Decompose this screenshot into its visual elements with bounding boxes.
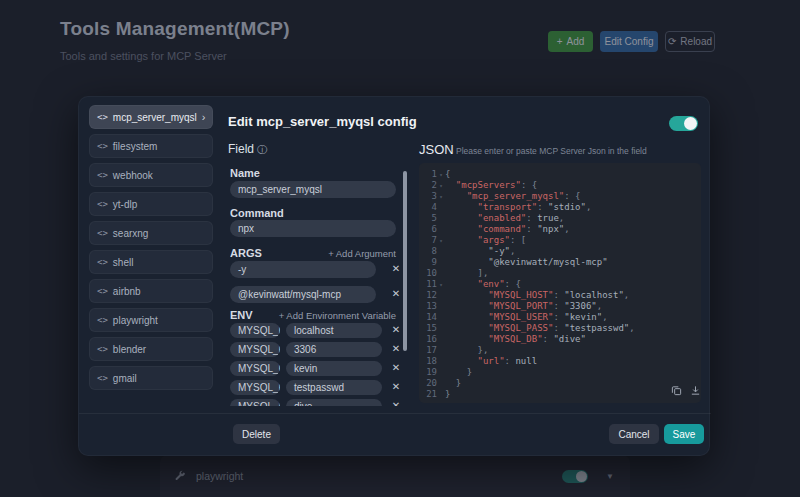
delete-button[interactable]: Delete xyxy=(233,424,280,444)
remove-env-icon[interactable]: ✕ xyxy=(390,381,402,392)
env-key-input[interactable]: MYSQL_DB xyxy=(230,399,280,406)
line-number: 5 xyxy=(423,213,437,224)
server-list-item[interactable]: <>shell xyxy=(89,250,213,274)
env-key-input[interactable]: MYSQL_PASS xyxy=(230,380,280,395)
server-list-item[interactable]: <>mcp_server_myqsl› xyxy=(89,105,213,129)
token: , xyxy=(629,323,634,333)
env-key-input[interactable]: MYSQL_USER xyxy=(230,361,280,376)
server-list-item[interactable]: <>airbnb xyxy=(89,279,213,303)
env-key-input[interactable]: MYSQL_PORT xyxy=(230,342,280,357)
command-input[interactable]: npx xyxy=(230,220,396,237)
name-input[interactable]: mcp_server_myqsl xyxy=(230,181,396,198)
copy-icon[interactable] xyxy=(671,385,682,396)
code-content: "@kevinwatt/mysql-mcp" xyxy=(445,257,608,268)
code-content: "MYSQL_PORT": "3306", xyxy=(445,301,602,312)
server-name: gmail xyxy=(113,373,137,384)
code-icon: <> xyxy=(97,170,108,180)
server-list-item[interactable]: <>yt-dlp xyxy=(89,192,213,216)
field-scrollbar[interactable] xyxy=(403,171,407,351)
server-enabled-toggle[interactable] xyxy=(669,116,698,131)
remove-env-icon[interactable]: ✕ xyxy=(390,343,402,354)
env-value-input[interactable]: dive xyxy=(286,399,382,406)
fold-caret-icon xyxy=(437,345,445,356)
code-line: 2▾ "mcpServers": { xyxy=(423,180,697,191)
token: : xyxy=(553,290,564,300)
add-argument-link[interactable]: + Add Argument xyxy=(328,248,396,259)
line-number: 10 xyxy=(423,268,437,279)
remove-arg-icon[interactable]: ✕ xyxy=(390,263,402,274)
add-env-variable-link[interactable]: + Add Environment Variable xyxy=(279,310,396,321)
code-content: "env": { xyxy=(445,279,521,290)
env-value-input[interactable]: kevin xyxy=(286,361,382,376)
fold-caret-icon xyxy=(437,312,445,323)
token: : xyxy=(553,301,564,311)
token: "npx" xyxy=(537,224,564,234)
arg-input[interactable]: @kevinwatt/mysql-mcp xyxy=(230,286,376,303)
env-value-input[interactable]: 3306 xyxy=(286,342,382,357)
code-content: "command": "npx", xyxy=(445,224,570,235)
download-icon[interactable] xyxy=(690,385,701,396)
env-value-input[interactable]: localhost xyxy=(286,323,382,338)
code-icon: <> xyxy=(97,112,108,122)
code-content: "url": null xyxy=(445,356,537,367)
token: , xyxy=(510,246,515,256)
toggle-knob xyxy=(684,117,697,130)
server-list-item[interactable]: <>gmail xyxy=(89,366,213,390)
line-number: 19 xyxy=(423,367,437,378)
editor-actions xyxy=(671,385,701,396)
env-key-input[interactable]: MYSQL_HOST xyxy=(230,323,280,338)
token: : xyxy=(526,224,537,234)
fold-caret-icon xyxy=(437,367,445,378)
code-line: 14 "MYSQL_USER": "kevin", xyxy=(423,312,697,323)
info-icon: ⓘ xyxy=(257,144,267,155)
line-number: 11 xyxy=(423,279,437,290)
code-content: "args": [ xyxy=(445,235,526,246)
token: "mcp_server_myqsl" xyxy=(467,191,565,201)
code-content: "enabled": true, xyxy=(445,213,564,224)
code-line: 3▾ "mcp_server_myqsl": { xyxy=(423,191,697,202)
args-header: ARGS + Add Argument xyxy=(230,247,396,259)
code-content: }, xyxy=(445,345,488,356)
line-number: 18 xyxy=(423,356,437,367)
token: "mcpServers" xyxy=(456,180,521,190)
fold-caret-icon xyxy=(437,356,445,367)
json-editor[interactable]: 1▾{2▾ "mcpServers": {3▾ "mcp_server_myqs… xyxy=(419,163,701,403)
remove-env-icon[interactable]: ✕ xyxy=(390,400,402,406)
tools-management-screen: Tools Management(MCP) Tools and settings… xyxy=(0,0,800,497)
token: , xyxy=(559,213,564,223)
code-line: 16 "MYSQL_DB": "dive" xyxy=(423,334,697,345)
save-button[interactable]: Save xyxy=(664,424,704,444)
arg-input[interactable]: -y xyxy=(230,261,376,278)
token: "@kevinwatt/mysql-mcp" xyxy=(488,257,607,267)
server-list-item[interactable]: <>webhook xyxy=(89,163,213,187)
command-label: Command xyxy=(230,207,284,219)
fold-caret-icon xyxy=(437,257,445,268)
server-name: blender xyxy=(113,344,146,355)
fold-caret-icon xyxy=(437,213,445,224)
cancel-button[interactable]: Cancel xyxy=(609,424,659,444)
field-form-scroll-area[interactable]: Name mcp_server_myqsl Command npx ARGS +… xyxy=(230,157,402,406)
token: , xyxy=(564,224,569,234)
server-list-item[interactable]: <>filesystem xyxy=(89,134,213,158)
server-list-item[interactable]: <>playwright xyxy=(89,308,213,332)
code-content: "MYSQL_HOST": "localhost", xyxy=(445,290,629,301)
fold-caret-icon: ▾ xyxy=(437,169,445,180)
code-line: 9 "@kevinwatt/mysql-mcp" xyxy=(423,257,697,268)
server-name: playwright xyxy=(113,315,158,326)
token: "MYSQL_DB" xyxy=(488,334,542,344)
args-label: ARGS xyxy=(230,247,262,259)
remove-env-icon[interactable]: ✕ xyxy=(390,362,402,373)
fold-caret-icon xyxy=(437,334,445,345)
name-label: Name xyxy=(230,167,260,179)
remove-arg-icon[interactable]: ✕ xyxy=(390,288,402,299)
line-number: 4 xyxy=(423,202,437,213)
server-list-item[interactable]: <>searxng xyxy=(89,221,213,245)
remove-env-icon[interactable]: ✕ xyxy=(390,324,402,335)
token: true xyxy=(537,213,559,223)
code-content: "MYSQL_USER": "kevin", xyxy=(445,312,608,323)
code-content: } xyxy=(445,367,472,378)
env-value-input[interactable]: testpasswd xyxy=(286,380,382,395)
token: "kevin" xyxy=(564,312,602,322)
server-list-item[interactable]: <>blender xyxy=(89,337,213,361)
code-icon: <> xyxy=(97,373,108,383)
